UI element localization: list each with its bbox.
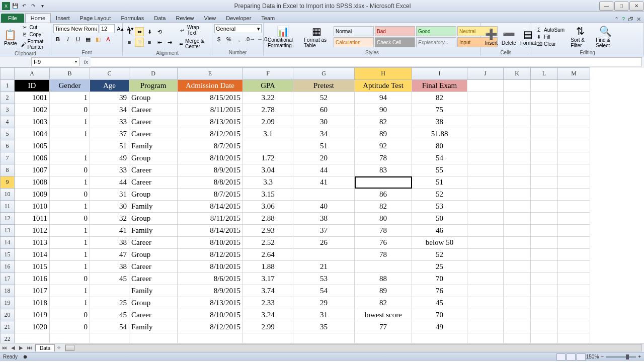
cell[interactable] xyxy=(467,297,504,309)
cell[interactable] xyxy=(504,249,531,261)
cell[interactable]: 1020 xyxy=(15,321,50,333)
cell[interactable] xyxy=(558,152,590,164)
fx-icon[interactable]: fx xyxy=(82,59,91,65)
cell[interactable] xyxy=(531,104,558,116)
cell[interactable] xyxy=(531,164,558,176)
cell[interactable]: 45 xyxy=(90,273,129,285)
increase-decimal-button[interactable]: .0→ xyxy=(245,35,256,44)
cell[interactable] xyxy=(531,333,558,343)
cell[interactable] xyxy=(558,297,590,309)
cell[interactable]: 8/11/2015 xyxy=(178,213,243,225)
cell[interactable]: 8/9/2015 xyxy=(178,285,243,297)
cell[interactable] xyxy=(90,333,129,343)
cell[interactable]: Group xyxy=(129,249,178,261)
cell[interactable]: 1 xyxy=(50,261,90,273)
cell[interactable] xyxy=(467,273,504,285)
cell[interactable]: 1 xyxy=(50,297,90,309)
col-header-H[interactable]: H xyxy=(355,68,412,80)
style-normal[interactable]: Normal xyxy=(334,26,374,36)
cell[interactable]: Group xyxy=(129,213,178,225)
cell[interactable]: 41 xyxy=(90,225,129,237)
cell[interactable]: 1009 xyxy=(15,189,50,201)
row-header-1[interactable]: 1 xyxy=(1,80,15,92)
row-header-10[interactable]: 10 xyxy=(1,189,15,201)
tab-file[interactable]: File xyxy=(1,14,24,23)
cell[interactable]: 38 xyxy=(293,213,355,225)
style-explanatory[interactable]: Explanatory... xyxy=(416,37,456,47)
cell[interactable]: 3.1 xyxy=(243,128,293,140)
comma-button[interactable]: , xyxy=(234,35,244,44)
cell[interactable]: 8/13/2015 xyxy=(178,297,243,309)
row-header-22[interactable]: 22 xyxy=(1,333,15,343)
currency-button[interactable]: $ xyxy=(214,35,223,44)
cell[interactable] xyxy=(467,176,504,189)
cell[interactable]: 1 xyxy=(50,285,90,297)
row-header-12[interactable]: 12 xyxy=(1,213,15,225)
col-header-C[interactable]: C xyxy=(90,68,129,80)
cell[interactable] xyxy=(504,237,531,249)
cell[interactable] xyxy=(531,92,558,104)
cell[interactable]: 90 xyxy=(355,104,412,116)
cell[interactable]: 76 xyxy=(412,285,467,297)
cell[interactable] xyxy=(467,309,504,321)
cell[interactable]: 3.17 xyxy=(243,273,293,285)
cell[interactable]: 26 xyxy=(293,237,355,249)
cell[interactable] xyxy=(467,128,504,140)
cell[interactable]: 1013 xyxy=(15,237,50,249)
cell[interactable]: Career xyxy=(129,104,178,116)
cell[interactable] xyxy=(558,128,590,140)
cell[interactable] xyxy=(90,285,129,297)
style-calculation[interactable]: Calculation xyxy=(334,37,374,47)
cell[interactable]: 76 xyxy=(355,237,412,249)
row-header-15[interactable]: 15 xyxy=(1,249,15,261)
view-layout-button[interactable] xyxy=(567,353,576,360)
cell[interactable]: 3.3 xyxy=(243,176,293,189)
cell[interactable] xyxy=(504,201,531,213)
cell[interactable]: 1010 xyxy=(15,201,50,213)
cell[interactable]: 2.33 xyxy=(243,297,293,309)
cell[interactable] xyxy=(531,128,558,140)
cell[interactable] xyxy=(467,201,504,213)
cell[interactable]: 21 xyxy=(293,261,355,273)
cell[interactable]: 40 xyxy=(293,201,355,213)
cell[interactable] xyxy=(531,261,558,273)
cell[interactable]: 80 xyxy=(412,140,467,152)
cell[interactable]: 30 xyxy=(90,201,129,213)
col-header-A[interactable]: A xyxy=(15,68,50,80)
style-bad[interactable]: Bad xyxy=(375,26,415,36)
cell[interactable] xyxy=(467,237,504,249)
font-size-input[interactable] xyxy=(100,24,115,33)
cell[interactable]: Group xyxy=(129,189,178,201)
style-check-cell[interactable]: Check Cell xyxy=(375,37,415,47)
col-header-B[interactable]: B xyxy=(50,68,90,80)
cell[interactable]: 83 xyxy=(355,164,412,176)
cell[interactable]: Career xyxy=(129,309,178,321)
cell[interactable]: 8/11/2015 xyxy=(178,104,243,116)
cell[interactable]: Group xyxy=(129,92,178,104)
cell[interactable]: 2.78 xyxy=(243,104,293,116)
new-sheet-icon[interactable]: ✧ xyxy=(55,345,63,350)
align-center-button[interactable]: ≣ xyxy=(135,38,144,47)
cell[interactable] xyxy=(558,285,590,297)
minimize-button[interactable]: — xyxy=(599,2,613,11)
row-header-9[interactable]: 9 xyxy=(1,176,15,189)
cell[interactable] xyxy=(467,116,504,128)
cell[interactable]: 51 xyxy=(90,140,129,152)
cell[interactable] xyxy=(467,92,504,104)
cell[interactable]: 51.88 xyxy=(412,128,467,140)
cell[interactable]: 0 xyxy=(50,321,90,333)
tab-review[interactable]: Review xyxy=(171,14,199,23)
tab-data[interactable]: Data xyxy=(149,14,171,23)
cell[interactable] xyxy=(504,116,531,128)
cell[interactable]: 2.99 xyxy=(243,321,293,333)
col-header-F[interactable]: F xyxy=(243,68,293,80)
cell[interactable] xyxy=(558,92,590,104)
delete-cells-button[interactable]: ➖Delete xyxy=(500,27,518,47)
cell[interactable]: Career xyxy=(129,164,178,176)
fill-color-button[interactable]: ◧ xyxy=(94,35,103,44)
cell[interactable] xyxy=(504,285,531,297)
header-cell[interactable]: Gender xyxy=(50,80,90,92)
view-pagebreak-button[interactable] xyxy=(577,353,586,360)
cell[interactable] xyxy=(558,189,590,201)
cell[interactable] xyxy=(558,140,590,152)
